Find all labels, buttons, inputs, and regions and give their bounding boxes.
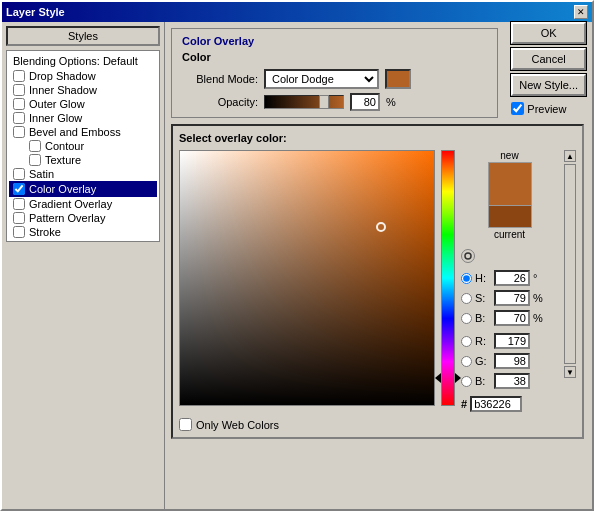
sidebar: Styles Blending Options: Default Drop Sh… xyxy=(2,22,165,509)
b2-radio[interactable] xyxy=(461,376,472,387)
blend-mode-select[interactable]: Color Dodge xyxy=(264,69,379,89)
sidebar-item-blending[interactable]: Blending Options: Default xyxy=(9,53,157,69)
overlay-color-swatch[interactable] xyxy=(385,69,411,89)
h-unit: ° xyxy=(533,272,537,284)
color-subtitle: Color xyxy=(182,51,487,63)
s-input[interactable] xyxy=(494,290,530,306)
stroke-checkbox[interactable] xyxy=(13,226,25,238)
opacity-input[interactable] xyxy=(350,93,380,111)
sidebar-item-inner-shadow[interactable]: Inner Shadow xyxy=(9,83,157,97)
icon-row xyxy=(461,249,558,263)
current-color-box xyxy=(488,206,532,228)
new-color-box[interactable] xyxy=(488,162,532,206)
overlay-section-title: Color Overlay xyxy=(182,35,487,47)
hex-row: # xyxy=(461,396,558,412)
sidebar-item-pattern-overlay[interactable]: Pattern Overlay xyxy=(9,211,157,225)
hue-strip-container xyxy=(441,150,455,406)
b-unit: % xyxy=(533,312,543,324)
inner-shadow-label: Inner Shadow xyxy=(29,84,97,96)
sidebar-item-drop-shadow[interactable]: Drop Shadow xyxy=(9,69,157,83)
sidebar-item-texture[interactable]: Texture xyxy=(9,153,157,167)
color-picker-panel: Select overlay color: xyxy=(171,124,584,439)
s-radio[interactable] xyxy=(461,293,472,304)
inner-glow-checkbox[interactable] xyxy=(13,112,25,124)
contour-label: Contour xyxy=(45,140,84,152)
r-radio[interactable] xyxy=(461,336,472,347)
picker-content: new current xyxy=(179,150,576,412)
action-buttons: OK Cancel New Style... Preview xyxy=(511,22,586,115)
color-mode-icon[interactable] xyxy=(461,249,475,263)
dialog-title: Layer Style xyxy=(6,6,65,18)
b-label: B: xyxy=(475,312,491,324)
sidebar-item-color-overlay[interactable]: Color Overlay xyxy=(9,181,157,197)
satin-label: Satin xyxy=(29,168,54,180)
g-row: G: xyxy=(461,353,558,369)
inner-shadow-checkbox[interactable] xyxy=(13,84,25,96)
sidebar-item-stroke[interactable]: Stroke xyxy=(9,225,157,239)
hex-input[interactable] xyxy=(470,396,522,412)
web-colors-row: Only Web Colors xyxy=(179,418,576,431)
g-radio[interactable] xyxy=(461,356,472,367)
drop-shadow-label: Drop Shadow xyxy=(29,70,96,82)
hue-arrow-left xyxy=(435,373,441,383)
sidebar-item-contour[interactable]: Contour xyxy=(9,139,157,153)
picker-right-panel: new current xyxy=(461,150,558,412)
strip-up-arrow[interactable]: ▲ xyxy=(564,150,576,162)
sidebar-item-outer-glow[interactable]: Outer Glow xyxy=(9,97,157,111)
texture-label: Texture xyxy=(45,154,81,166)
strip-track xyxy=(564,164,576,364)
h-row: H: ° xyxy=(461,270,558,286)
blending-label: Blending Options: Default xyxy=(13,55,138,67)
b-radio[interactable] xyxy=(461,313,472,324)
color-gradient-box[interactable] xyxy=(179,150,435,406)
hex-label: # xyxy=(461,398,467,410)
sidebar-item-inner-glow[interactable]: Inner Glow xyxy=(9,111,157,125)
sidebar-item-bevel-emboss[interactable]: Bevel and Emboss xyxy=(9,125,157,139)
h-radio[interactable] xyxy=(461,273,472,284)
sidebar-item-satin[interactable]: Satin xyxy=(9,167,157,181)
svg-point-0 xyxy=(465,253,471,259)
b2-input[interactable] xyxy=(494,373,530,389)
inner-glow-label: Inner Glow xyxy=(29,112,82,124)
content-area: Styles Blending Options: Default Drop Sh… xyxy=(2,22,592,509)
gradient-overlay-checkbox[interactable] xyxy=(13,198,25,210)
cancel-button[interactable]: Cancel xyxy=(511,48,586,70)
ok-button[interactable]: OK xyxy=(511,22,586,44)
web-colors-checkbox[interactable] xyxy=(179,418,192,431)
s-label: S: xyxy=(475,292,491,304)
opacity-slider[interactable] xyxy=(264,95,344,109)
contour-checkbox[interactable] xyxy=(29,140,41,152)
bevel-emboss-checkbox[interactable] xyxy=(13,126,25,138)
picker-title: Select overlay color: xyxy=(179,132,576,144)
r-input[interactable] xyxy=(494,333,530,349)
preview-label: Preview xyxy=(527,103,566,115)
r-row: R: xyxy=(461,333,558,349)
s-unit: % xyxy=(533,292,543,304)
outer-glow-checkbox[interactable] xyxy=(13,98,25,110)
web-colors-label: Only Web Colors xyxy=(196,419,279,431)
pattern-overlay-checkbox[interactable] xyxy=(13,212,25,224)
strip-down-arrow[interactable]: ▼ xyxy=(564,366,576,378)
right-strip: ▲ ▼ xyxy=(564,150,576,378)
sidebar-item-gradient-overlay[interactable]: Gradient Overlay xyxy=(9,197,157,211)
color-overlay-checkbox[interactable] xyxy=(13,183,25,195)
satin-checkbox[interactable] xyxy=(13,168,25,180)
b2-label: B: xyxy=(475,375,491,387)
drop-shadow-checkbox[interactable] xyxy=(13,70,25,82)
preview-checkbox[interactable] xyxy=(511,102,524,115)
sidebar-items-list: Blending Options: Default Drop Shadow In… xyxy=(6,50,160,242)
new-style-button[interactable]: New Style... xyxy=(511,74,586,96)
h-input[interactable] xyxy=(494,270,530,286)
b-input[interactable] xyxy=(494,310,530,326)
styles-title: Styles xyxy=(6,26,160,46)
close-button[interactable]: ✕ xyxy=(574,5,588,19)
gradient-overlay-label: Gradient Overlay xyxy=(29,198,112,210)
b2-row: B: xyxy=(461,373,558,389)
texture-checkbox[interactable] xyxy=(29,154,41,166)
hue-strip[interactable] xyxy=(441,150,455,406)
blend-mode-row: Blend Mode: Color Dodge xyxy=(182,69,487,89)
outer-glow-label: Outer Glow xyxy=(29,98,85,110)
new-color-label: new xyxy=(500,150,518,161)
g-input[interactable] xyxy=(494,353,530,369)
preview-row: Preview xyxy=(511,102,586,115)
